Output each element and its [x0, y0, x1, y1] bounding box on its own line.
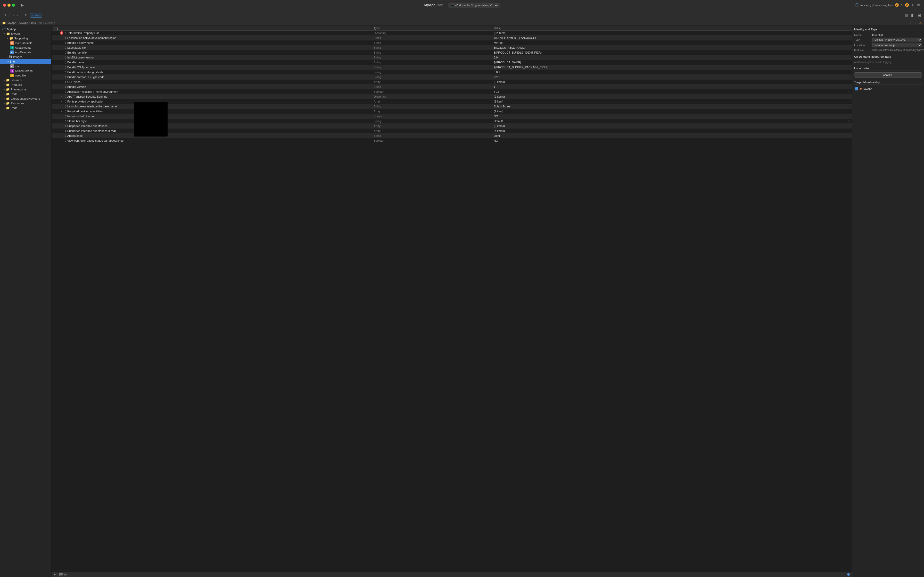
sort-icon[interactable]: ▲▼	[65, 75, 66, 79]
sidebar-item-info[interactable]: ≡ Info	[0, 59, 51, 64]
expand-icon[interactable]: ›	[56, 31, 59, 34]
table-row[interactable]: ▲▼ InfoDictionary version String6.0	[52, 55, 852, 60]
table-row[interactable]: › ⚙ ▲▼ Information Property List Diction…	[52, 31, 852, 35]
sidebar-item-main-jsbundle[interactable]: JS main.jsbundle	[0, 41, 51, 45]
sort-icon[interactable]: ▲▼	[65, 61, 66, 64]
run-button[interactable]: ▶	[19, 2, 26, 8]
expand-icon[interactable]: ›	[60, 81, 63, 84]
sort-icon[interactable]: ▲▼	[65, 105, 66, 108]
sort-icon[interactable]: ▲▼	[65, 80, 66, 84]
sidebar-item-supporting[interactable]: ▾ 📁 Supporting	[0, 36, 51, 41]
expand-icon[interactable]: ›	[60, 110, 63, 113]
table-row[interactable]: ▲▼ Executable file String$(EXECUTABLE_NA…	[52, 45, 852, 50]
nav-back-btn[interactable]: ‹	[12, 13, 15, 18]
sort-icon[interactable]: ▲▼	[65, 46, 66, 50]
hide-panel-btn[interactable]: ▣	[916, 13, 922, 18]
table-row[interactable]: › ▲▼ Fonts provided by application Array…	[52, 99, 852, 104]
fullscreen-btn[interactable]	[12, 3, 15, 7]
table-row[interactable]: ▲▼ Bundle creator OS Type code String???…	[52, 75, 852, 80]
table-row[interactable]: ▲▼ Bundle version String1	[52, 84, 852, 89]
table-row[interactable]: ▲▼ Launch screen interface file base nam…	[52, 104, 852, 109]
bc-myapp1[interactable]: MyApp	[8, 21, 16, 24]
table-row[interactable]: ▲▼ Application requires iPhone environme…	[52, 89, 852, 94]
sidebar-item-libraries[interactable]: › 📁 Libraries	[0, 78, 51, 82]
sort-icon[interactable]: ▲▼	[65, 41, 66, 45]
stepper-icon[interactable]: ▲▼	[848, 90, 850, 93]
sidebar-item-frameworks[interactable]: › 📁 Frameworks	[0, 87, 51, 92]
expand-icon[interactable]: ›	[60, 124, 63, 127]
sort-icon[interactable]: ▲▼	[65, 100, 66, 103]
table-row[interactable]: ▲▼ Bundle version string (short) String0…	[52, 70, 852, 75]
author-btn[interactable]: ◧	[910, 13, 916, 18]
sidebar-item-noop[interactable]: n noop-file	[0, 73, 51, 78]
location-select[interactable]: Relative to Group	[872, 43, 922, 47]
sort-icon[interactable]: ▲▼	[65, 134, 66, 137]
minimize-btn[interactable]	[8, 3, 11, 7]
table-row[interactable]: › ▲▼ Supported interface orientations Ar…	[52, 124, 852, 129]
table-row[interactable]: › ▲▼ URL types Array(2 items)	[52, 80, 852, 84]
table-row[interactable]: ▲▼ Bundle display name StringMyApp	[52, 40, 852, 45]
sort-icon[interactable]: ▲▼	[65, 56, 66, 59]
table-row[interactable]: › ▲▼ Supported interface orientations (i…	[52, 129, 852, 134]
sidebar-toggle-btn[interactable]: ⊟	[2, 13, 8, 18]
type-select[interactable]: Default - Property List XML	[872, 38, 922, 42]
stepper-icon[interactable]: ▲▼	[848, 119, 850, 122]
split-view-btn[interactable]: ⧉	[916, 2, 921, 8]
localize-btn[interactable]: Localize...	[854, 73, 922, 77]
table-row[interactable]: ▲▼ Bundle OS Type code String$(PRODUCT_B…	[52, 65, 852, 70]
table-row[interactable]: ▲▼ View controller-based status bar appe…	[52, 138, 852, 143]
sidebar-item-products[interactable]: › 📁 Products	[0, 82, 51, 87]
prev-item-btn[interactable]: ‹	[908, 21, 912, 25]
table-row[interactable]: ▲▼ Appearance StringLight	[52, 134, 852, 138]
sort-icon[interactable]: ▲▼	[65, 119, 66, 123]
gear-icon[interactable]: ⚙	[60, 31, 63, 35]
sort-icon[interactable]: ▲▼	[65, 95, 66, 98]
active-tab[interactable]: ≡ Info	[30, 13, 42, 18]
split-editor-btn[interactable]: ⊟	[904, 13, 909, 18]
sidebar-item-myapp-root[interactable]: ▾ □ MyApp	[0, 27, 51, 31]
sort-icon[interactable]: ▲▼	[65, 114, 66, 118]
bc-myapp2[interactable]: MyApp	[19, 21, 28, 24]
device-selector[interactable]: 📱 iPod touch (7th generation) (15.4)	[448, 3, 500, 8]
sidebar-item-images[interactable]: › 🖼 Images	[0, 55, 51, 59]
sort-icon[interactable]: ▲▼	[65, 129, 66, 133]
bc-info[interactable]: Info	[31, 21, 36, 24]
sidebar-item-main[interactable]: m main	[0, 64, 51, 69]
sidebar-item-pods2[interactable]: › 📁 Pods	[0, 106, 51, 110]
sidebar-item-myapp-group[interactable]: ▾ 📁 MyApp	[0, 31, 51, 36]
next-item-btn[interactable]: ›	[914, 21, 917, 25]
sort-icon[interactable]: ▲▼	[65, 90, 66, 93]
sidebar-item-resources[interactable]: › 📁 Resources	[0, 101, 51, 106]
sidebar-item-appdelegate-h[interactable]: h AppDelegate	[0, 45, 51, 50]
sort-icon[interactable]: ▲▼	[65, 70, 66, 74]
target-myapp-checkbox[interactable]: ✓	[855, 87, 858, 90]
sidebar-item-pods[interactable]: › 📁 Pods	[0, 92, 51, 96]
add-plist-row-btn[interactable]: +	[53, 572, 56, 577]
expand-icon[interactable]: ›	[60, 129, 63, 132]
expand-icon[interactable]: ›	[60, 100, 63, 103]
sort-icon[interactable]: ▲▼	[65, 31, 67, 35]
sidebar-item-appdelegate-m[interactable]: m AppDelegate	[0, 50, 51, 55]
sort-icon[interactable]: ▲▼	[65, 36, 66, 40]
table-row[interactable]: ▲▼ Requires Full Screen BooleanNO	[52, 114, 852, 119]
sort-icon[interactable]: ▲▼	[65, 51, 66, 54]
grid-view-btn[interactable]: ⊞	[23, 13, 29, 18]
nav-fwd-btn[interactable]: ›	[16, 13, 19, 18]
sidebar-item-splashscreen[interactable]: S SplashScreen	[0, 69, 51, 73]
sort-icon[interactable]: ▲▼	[65, 85, 66, 89]
table-row[interactable]: ▲▼ Bundle name String$(PRODUCT_NAME)	[52, 60, 852, 65]
table-row[interactable]: › ▲▼ App Transport Security Settings Dic…	[52, 94, 852, 99]
table-row[interactable]: ▲▼ Localization native development regio…	[52, 35, 852, 40]
sidebar-item-expo-providers[interactable]: › 📁 ExpoModulesProviders	[0, 96, 51, 101]
table-row[interactable]: ▲▼ Status bar style StringDefault▲▼	[52, 119, 852, 124]
filter-toggle-btn[interactable]: ⊟	[58, 573, 61, 576]
add-target-btn[interactable]: +	[911, 3, 915, 8]
expand-icon[interactable]: ›	[60, 95, 63, 98]
close-btn[interactable]	[3, 3, 6, 7]
sort-icon[interactable]: ▲▼	[65, 124, 66, 128]
table-row[interactable]: › ▲▼ Required device capabilities Array(…	[52, 109, 852, 114]
sort-icon[interactable]: ▲▼	[65, 139, 66, 142]
sort-icon[interactable]: ▲▼	[65, 110, 66, 113]
sort-icon[interactable]: ▲▼	[65, 65, 66, 69]
table-row[interactable]: ▲▼ Bundle identifier String$(PRODUCT_BUN…	[52, 50, 852, 55]
